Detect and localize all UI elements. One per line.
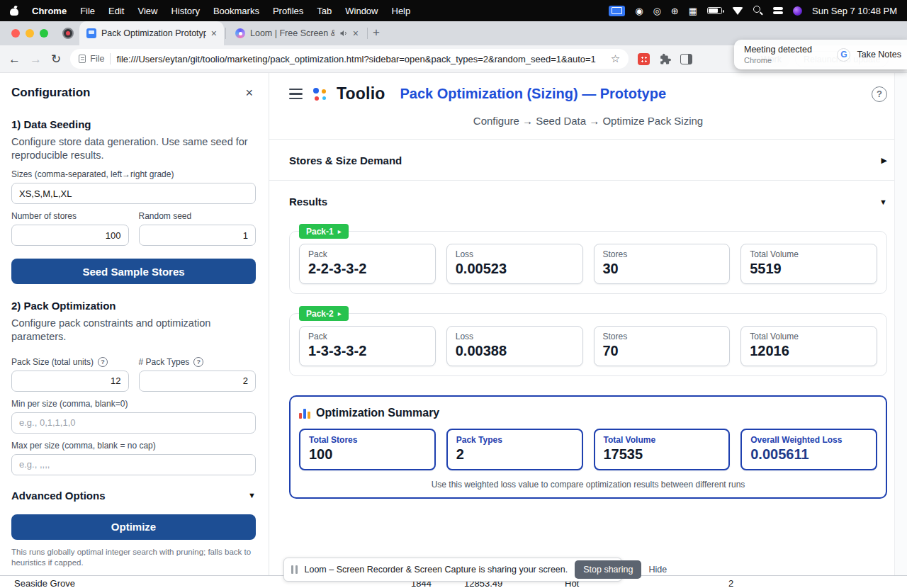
camera-icon[interactable]: ◉ (635, 6, 643, 16)
status-icon-2[interactable]: ⊕ (671, 6, 679, 16)
stat-value: 30 (603, 261, 721, 277)
menu-history[interactable]: History (171, 6, 199, 16)
stat-value: 0.005611 (750, 446, 867, 463)
sizes-input[interactable] (11, 183, 256, 204)
menu-tab[interactable]: Tab (317, 6, 332, 16)
menubar-clock[interactable]: Sun Sep 7 10:48 PM (812, 6, 897, 16)
help-icon[interactable]: ? (193, 357, 203, 367)
help-icon[interactable]: ? (872, 86, 887, 102)
recording-indicator-icon[interactable] (62, 28, 74, 39)
apple-menu-icon[interactable] (10, 6, 18, 16)
scrollbar-gutter[interactable] (894, 73, 907, 575)
close-tab-icon[interactable]: × (353, 28, 359, 38)
stat-value: 1-3-3-3-2 (308, 343, 427, 359)
wifi-icon[interactable] (732, 7, 743, 15)
back-button[interactable]: ← (9, 53, 21, 65)
page-title: Pack Optimization (Sizing) — Prototype (400, 86, 862, 102)
max-per-size-label: Max per size (comma, blank = no cap) (11, 441, 256, 451)
results-section-title: Results (289, 196, 327, 208)
optimize-button[interactable]: Optimize (11, 514, 256, 540)
pack-types-input[interactable] (139, 371, 257, 392)
tab-audio-icon[interactable] (339, 29, 348, 38)
data-seeding-description: Configure store data generation. Use sam… (11, 135, 256, 162)
chevron-down-icon[interactable]: ▼ (879, 198, 887, 206)
menu-view[interactable]: View (137, 6, 157, 16)
sharing-message: Loom – Screen Recorder & Screen Capture … (305, 565, 568, 575)
menu-edit[interactable]: Edit (108, 6, 124, 16)
chevron-down-icon: ▼ (248, 491, 256, 499)
max-per-size-input[interactable] (11, 454, 256, 475)
seed-sample-stores-button[interactable]: Seed Sample Stores (11, 259, 256, 284)
keyboard-icon[interactable]: ▦ (689, 6, 697, 16)
advanced-options-label: Advanced Options (11, 490, 106, 502)
battery-icon[interactable] (707, 7, 722, 14)
close-sidebar-icon[interactable]: × (242, 86, 256, 99)
stat-value: 70 (603, 343, 721, 359)
tab-divider (225, 28, 226, 39)
caret-right-icon: ▸ (338, 310, 342, 317)
search-icon[interactable] (753, 6, 763, 16)
tab-pack-optimization[interactable]: Pack Optimization Prototype × (79, 21, 224, 45)
zoom-window-button[interactable] (40, 29, 48, 38)
macos-menubar: Chrome File Edit View History Bookmarks … (0, 0, 907, 21)
address-bar[interactable]: File file:///Users/eytan/git/toolio/mark… (70, 49, 629, 69)
chevron-right-icon[interactable]: ▶ (881, 156, 887, 165)
file-chip-label: File (90, 54, 104, 64)
forward-button[interactable]: → (30, 53, 42, 65)
summary-title: Optimization Summary (316, 407, 439, 419)
pack-badge-label: Pack-2 (306, 309, 334, 319)
loom-icon (291, 565, 298, 574)
configuration-sidebar: Configuration × 1) Data Seeding Configur… (0, 73, 269, 575)
pack-1-badge[interactable]: Pack-1 ▸ (299, 224, 349, 239)
menu-chrome[interactable]: Chrome (32, 6, 67, 16)
table-cell-value: 2 (728, 578, 733, 588)
siri-icon[interactable] (793, 6, 802, 16)
help-icon[interactable]: ? (98, 357, 108, 367)
hide-link[interactable]: Hide (648, 565, 667, 575)
window-controls (11, 29, 48, 38)
menu-bookmarks[interactable]: Bookmarks (213, 6, 259, 16)
screen-sharing-icon[interactable] (609, 6, 625, 16)
stat-label: Stores (603, 249, 721, 259)
pack-optimization-heading: 2) Pack Optimization (11, 300, 256, 312)
stop-sharing-button[interactable]: Stop sharing (575, 560, 641, 579)
new-tab-button[interactable]: + (373, 26, 380, 40)
stat-card-pack: Pack 1-3-3-3-2 (299, 326, 436, 366)
summary-card-total-stores: Total Stores 100 (299, 429, 436, 470)
bookmark-star-icon[interactable]: ☆ (611, 52, 620, 65)
minimize-window-button[interactable] (26, 29, 34, 38)
optimization-summary: Optimization Summary Total Stores 100 Pa… (289, 395, 887, 499)
random-seed-label: Random seed (139, 211, 257, 221)
min-per-size-label: Min per size (comma, blank=0) (11, 399, 256, 409)
number-of-stores-input[interactable] (11, 225, 129, 246)
take-notes-button[interactable]: Take Notes (857, 50, 901, 60)
tab-loom[interactable]: Loom | Free Screen & Vid... × (228, 21, 366, 45)
close-tab-icon[interactable]: × (211, 28, 217, 38)
menu-file[interactable]: File (80, 6, 95, 16)
menu-window[interactable]: Window (345, 6, 378, 16)
close-window-button[interactable] (11, 29, 20, 38)
extension-icon-red[interactable] (638, 53, 650, 65)
file-scheme-chip: File (79, 54, 104, 64)
side-panel-icon[interactable] (680, 54, 692, 64)
advanced-options-toggle[interactable]: Advanced Options ▼ (11, 490, 256, 502)
menu-help[interactable]: Help (392, 6, 411, 16)
pack-size-input[interactable] (11, 371, 129, 392)
loom-favicon (235, 28, 245, 38)
status-icon-1[interactable]: ◎ (653, 6, 660, 16)
menu-profiles[interactable]: Profiles (273, 6, 303, 16)
pack-2-badge[interactable]: Pack-2 ▸ (299, 306, 349, 321)
extensions-puzzle-icon[interactable] (659, 53, 671, 65)
menu-icon[interactable] (289, 89, 303, 100)
results-section[interactable]: Results ▼ (269, 181, 907, 221)
stat-value: 2 (456, 446, 573, 463)
url-text[interactable]: file:///Users/eytan/git/toolio/marketing… (116, 54, 604, 64)
stat-label: Total Volume (604, 435, 721, 445)
random-seed-input[interactable] (139, 225, 257, 246)
stores-size-demand-section[interactable]: Stores & Size Demand ▶ (269, 140, 907, 181)
control-center-icon[interactable] (773, 6, 783, 15)
min-per-size-input[interactable] (11, 412, 256, 434)
stat-label: Overall Weighted Loss (750, 435, 867, 445)
stat-value: 17535 (604, 446, 721, 463)
reload-button[interactable]: ↻ (51, 53, 61, 65)
